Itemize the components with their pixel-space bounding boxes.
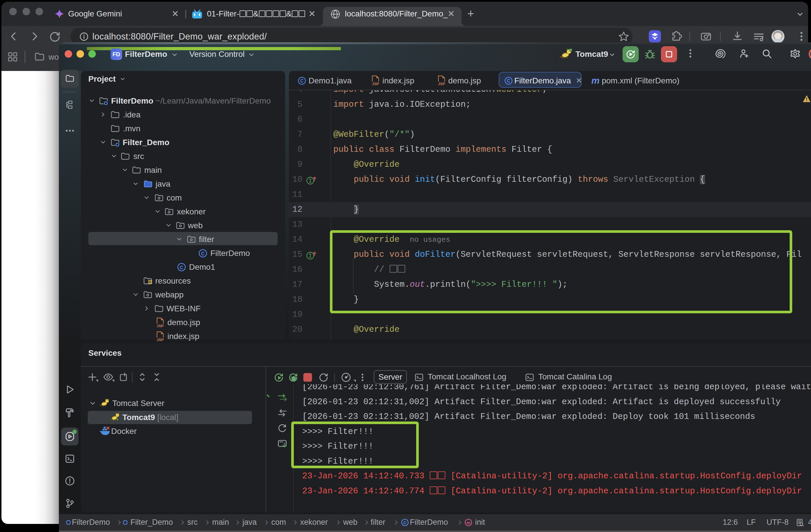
svg-text:C: C	[507, 78, 510, 83]
svg-text:C: C	[403, 520, 407, 525]
svg-text:C: C	[201, 251, 205, 256]
svg-text:C: C	[300, 78, 304, 83]
svg-text:JSP: JSP	[157, 324, 164, 328]
svg-text:C: C	[180, 265, 183, 270]
svg-text:m: m	[466, 520, 470, 525]
svg-text:JSP: JSP	[157, 338, 164, 342]
svg-text:JSP: JSP	[372, 82, 379, 86]
svg-text:JSP: JSP	[438, 82, 445, 86]
